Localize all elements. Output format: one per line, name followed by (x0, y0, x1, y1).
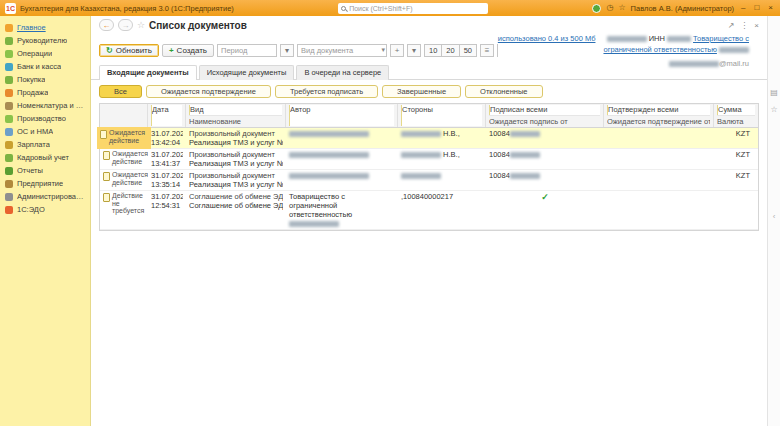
col-author[interactable]: Автор (286, 104, 398, 127)
organization-link-line2[interactable]: ограниченной ответственностью (603, 45, 716, 54)
list-settings-icon[interactable]: ≡ (480, 44, 494, 57)
sidebar-item-edo[interactable]: 1С:ЭДО (0, 203, 90, 216)
col-sum[interactable]: Сумма Валюта (714, 104, 758, 127)
sidebar-item-bank[interactable]: Банк и касса (0, 60, 90, 73)
close-form-icon[interactable]: × (754, 21, 759, 30)
forward-button[interactable]: → (118, 19, 133, 31)
sidebar-item-fixed-assets[interactable]: ОС и НМА (0, 125, 90, 138)
tab-queued[interactable]: В очереди на сервере (296, 65, 389, 80)
table-row[interactable]: Ожидается действие 31.07.2023 13:41:37 П… (100, 149, 758, 170)
sidebar-item-main[interactable]: Главное (0, 21, 90, 34)
fixed-assets-icon (5, 128, 13, 136)
current-user[interactable]: Павлов А.В. (Администратор) (631, 4, 734, 13)
row-signed: 10084 (486, 170, 604, 190)
chevron-down-icon: ▾ (382, 46, 386, 54)
tab-outgoing[interactable]: Исходящие документы (199, 65, 295, 80)
row-author (286, 170, 398, 190)
sidebar-item-sales[interactable]: Продажа (0, 86, 90, 99)
app-logo: 1С (5, 3, 16, 14)
maximize-button[interactable]: □ (753, 4, 762, 12)
panel-history-icon[interactable]: ▤ (770, 88, 778, 97)
sidebar-item-inventory[interactable]: Номенклатура и склад (0, 99, 90, 112)
refresh-button[interactable]: ↻ Обновить (99, 44, 159, 57)
page-size-50-button[interactable]: 50 (460, 44, 477, 57)
refresh-icon: ↻ (106, 46, 113, 55)
row-signed: 10084 (486, 128, 604, 148)
sidebar-item-manager[interactable]: Руководителю (0, 34, 90, 47)
row-parties: ,100840000217 (398, 191, 486, 229)
minimize-button[interactable]: – (739, 4, 747, 12)
favorites-icon[interactable]: ☆ (618, 4, 625, 12)
row-currency: KZT (714, 128, 758, 148)
row-date: 31.07.2023 13:41:37 (148, 149, 186, 169)
close-window-button[interactable]: × (766, 4, 775, 12)
table-row[interactable]: Ожидается действие 31.07.2023 13:35:14 П… (100, 170, 758, 191)
operations-icon (5, 50, 13, 58)
page-size-10-button[interactable]: 10 (424, 44, 442, 57)
organization-link-line1[interactable]: Товарищество с (693, 34, 749, 43)
sidebar-item-enterprise[interactable]: Предприятие (0, 177, 90, 190)
collapse-panel-icon[interactable]: ‹ (773, 212, 776, 221)
star-icon[interactable]: ☆ (137, 20, 145, 30)
redacted-text (289, 173, 369, 179)
bank-icon (5, 63, 13, 71)
user-avatar[interactable] (592, 4, 601, 13)
sections-sidebar: Главное Руководителю Операции Банк и кас… (0, 16, 90, 426)
signed-check-icon: ✓ (486, 191, 604, 229)
inventory-icon (5, 102, 13, 110)
filter-needs-signature[interactable]: Требуется подписать (275, 85, 378, 98)
col-kind[interactable]: Вид Наименование (186, 104, 286, 127)
tab-incoming[interactable]: Входящие документы (99, 65, 197, 80)
documents-table: Дата Вид Наименование Автор Стороны Подп… (99, 103, 759, 231)
storage-usage-link[interactable]: использовано 0.4 из 500 Мб (498, 33, 596, 44)
document-type-input[interactable] (297, 44, 387, 57)
filter-completed[interactable]: Завершенные (382, 85, 461, 98)
add-filter-button[interactable]: + (390, 44, 404, 57)
global-search-input[interactable]: Поиск (Ctrl+Shift+F) (338, 3, 488, 14)
sidebar-item-payroll[interactable]: Зарплата (0, 138, 90, 151)
right-panel-rail: ▤ ☆ ‹ (767, 16, 780, 426)
col-signed[interactable]: Подписан всеми Ожидается подпись от (486, 104, 604, 127)
sidebar-item-reports[interactable]: Отчеты (0, 164, 90, 177)
row-confirmed (604, 128, 714, 148)
back-button[interactable]: ← (99, 19, 114, 31)
page-size-group: 10 20 50 (424, 44, 477, 57)
production-icon (5, 115, 13, 123)
create-button[interactable]: + Создать (162, 44, 214, 57)
document-icon (100, 130, 107, 139)
table-row[interactable]: Действие не требуется 31.07.2023 12:54:3… (100, 191, 758, 230)
sidebar-item-administration[interactable]: Администрирование (0, 190, 90, 203)
col-status[interactable] (100, 104, 148, 127)
row-status: Ожидается действие (100, 149, 148, 169)
col-date[interactable]: Дата (148, 104, 186, 127)
filter-dropdown-button[interactable]: ▾ (407, 44, 421, 57)
row-date: 31.07.2023 12:54:31 (148, 191, 186, 229)
document-icon (103, 172, 110, 181)
redacted-text (607, 36, 647, 42)
filter-all[interactable]: Все (99, 85, 142, 98)
filter-rejected[interactable]: Отклоненные (465, 85, 542, 98)
open-in-new-icon[interactable]: ↗ (728, 21, 735, 30)
reports-icon (5, 167, 13, 175)
row-kind: Произвольный документ Реализация ТМЗ и у… (186, 170, 286, 190)
app-title: Бухгалтерия для Казахстана, редакция 3.0… (20, 4, 234, 13)
sidebar-item-hr[interactable]: Кадровый учет (0, 151, 90, 164)
page-size-20-button[interactable]: 20 (442, 44, 459, 57)
sidebar-item-operations[interactable]: Операции (0, 47, 90, 60)
table-row[interactable]: Ожидается действие 31.07.2023 13:42:04 П… (100, 128, 758, 149)
sidebar-item-purchase[interactable]: Покупка (0, 73, 90, 86)
more-icon[interactable]: ⋮ (740, 21, 748, 30)
filter-awaiting-confirmation[interactable]: Ожидается подтверждение (146, 85, 271, 98)
row-date: 31.07.2023 13:42:04 (148, 128, 186, 148)
row-currency: KZT (714, 149, 758, 169)
period-input[interactable] (217, 44, 277, 57)
history-icon[interactable]: ◷ (606, 4, 613, 12)
col-parties[interactable]: Стороны (398, 104, 486, 127)
col-confirmed[interactable]: Подтвержден всеми Ожидается подтверждени… (604, 104, 714, 127)
sidebar-item-production[interactable]: Производство (0, 112, 90, 125)
panel-favorites-icon[interactable]: ☆ (770, 105, 777, 114)
redacted-text (401, 152, 441, 158)
row-status: Ожидается действие (100, 170, 148, 190)
period-dropdown-button[interactable]: ▾ (280, 44, 294, 57)
row-parties: Н.В., (398, 128, 486, 148)
